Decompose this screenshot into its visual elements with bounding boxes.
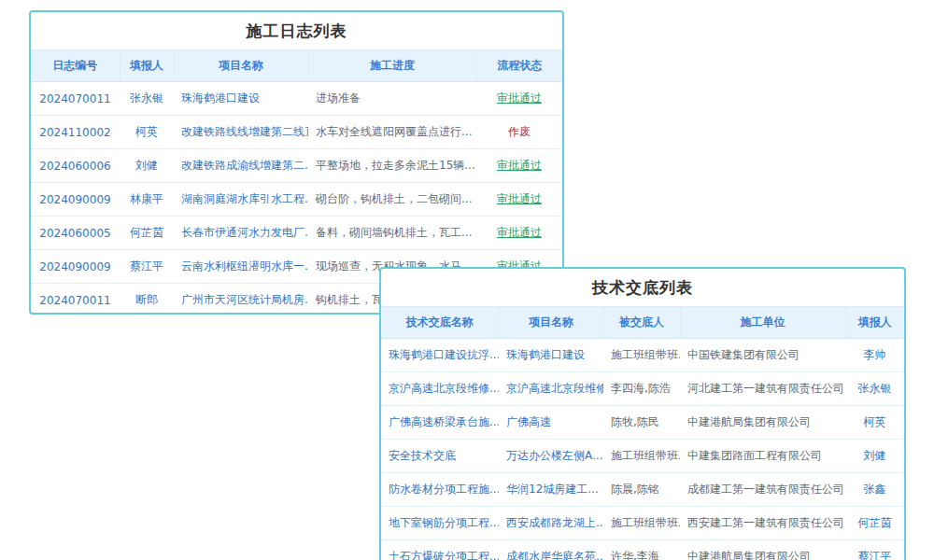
status-text[interactable]: 审批通过 [497, 91, 542, 105]
cell-link[interactable]: 柯英 [135, 125, 158, 138]
cell-link[interactable]: 长春市伊通河水力发电厂... [181, 226, 308, 239]
table-cell: 施工班组带班... [603, 339, 680, 372]
cell-link[interactable]: 2024060005 [39, 227, 110, 240]
cell-link[interactable]: 西安成都路龙湖上... [506, 516, 603, 529]
table-cell: 珠海鹤港口建设抗浮... [381, 339, 499, 372]
cell-link[interactable]: 京沪高速北京段维修... [389, 382, 499, 395]
table-cell: 改建铁路成渝线增建第二... [174, 149, 308, 183]
cell-text: 陈牧,陈民 [611, 415, 659, 428]
cell-link[interactable]: 云南水利枢纽潜明水库一... [181, 259, 308, 273]
table-row[interactable]: 2024070011张永银珠海鹤港口建设进场准备审批通过 [31, 82, 562, 116]
cell-link[interactable]: 2024070011 [39, 92, 110, 105]
cell-link[interactable]: 张永银 [130, 91, 163, 105]
cell-text: 许华,李海 [611, 550, 659, 560]
table-cell: 作废 [476, 116, 562, 149]
table-row[interactable]: 珠海鹤港口建设抗浮...珠海鹤港口建设施工班组带班...中国铁建集团有限公司李帅 [381, 339, 904, 372]
table-cell: 施工班组带班... [603, 440, 680, 473]
table-cell: 柯英 [845, 406, 904, 440]
table-cell: 陈牧,陈民 [603, 406, 680, 440]
cell-link[interactable]: 2024070011 [39, 294, 110, 307]
table-row[interactable]: 京沪高速北京段维修...京沪高速北京段维修李四海,陈浩河北建工第一建筑有限责任公… [381, 372, 904, 406]
cell-link[interactable]: 李帅 [864, 348, 886, 361]
cell-link[interactable]: 柯英 [864, 415, 886, 428]
table-row[interactable]: 防水卷材分项工程施...华润12城房建工...陈晨,陈铭成都建工第一建筑有限责任… [381, 473, 904, 507]
table-cell: 湖南洞庭湖水库引水工程... [174, 183, 308, 217]
column-header: 施工单位 [680, 307, 845, 339]
table-cell: 张永银 [120, 82, 174, 116]
cell-link[interactable]: 广州市天河区统计局机房... [181, 293, 308, 306]
cell-link[interactable]: 蔡江平 [858, 550, 892, 560]
cell-text: 西安建工第一建筑有限责任公司 [687, 516, 844, 529]
cell-link[interactable]: 张鑫 [864, 483, 886, 496]
table-cell: 审批通过 [476, 149, 562, 183]
cell-text: 砌台阶，钩机排土，二包砌间... [316, 192, 472, 205]
cell-link[interactable]: 刘健 [135, 159, 158, 172]
table-cell: 许华,李海 [603, 540, 680, 560]
table-cell: 中建港航局集团有限公司 [680, 540, 845, 560]
table-cell: 2024090009 [31, 183, 120, 217]
cell-link[interactable]: 何芷茵 [858, 516, 892, 529]
cell-link[interactable]: 何芷茵 [130, 226, 163, 239]
cell-link[interactable]: 地下室钢筋分项工程... [389, 516, 499, 529]
table-cell: 珠海鹤港口建设 [499, 339, 603, 372]
table-row[interactable]: 广佛高速桥梁承台施...广佛高速陈牧,陈民中建港航局集团有限公司柯英 [381, 406, 904, 440]
table-row[interactable]: 安全技术交底万达办公楼左侧A...施工班组带班...中建集团路面工程有限公司刘健 [381, 440, 904, 473]
cell-link[interactable]: 2024090009 [39, 260, 110, 273]
cell-link[interactable]: 广佛高速 [506, 415, 551, 428]
cell-link[interactable]: 2024090009 [39, 193, 110, 206]
column-header: 流程状态 [476, 50, 562, 82]
table-cell: 河北建工第一建筑有限责任公司 [680, 372, 845, 406]
table-cell: 中建集团路面工程有限公司 [680, 440, 845, 473]
cell-link[interactable]: 珠海鹤港口建设抗浮... [389, 348, 499, 361]
status-text[interactable]: 审批通过 [497, 159, 542, 172]
cell-text: 河北建工第一建筑有限责任公司 [687, 382, 844, 395]
cell-link[interactable]: 安全技术交底 [389, 449, 456, 462]
table-row[interactable]: 土石方爆破分项工程...成都水岸华庭名苑...许华,李海中建港航局集团有限公司蔡… [381, 540, 904, 560]
cell-link[interactable]: 断郎 [135, 293, 158, 306]
cell-link[interactable]: 华润12城房建工... [506, 483, 599, 496]
table-cell: 何芷茵 [845, 507, 904, 540]
status-text[interactable]: 审批通过 [497, 192, 542, 205]
cell-link[interactable]: 2024110002 [39, 126, 110, 139]
construction-log-title: 施工日志列表 [31, 12, 562, 49]
cell-link[interactable]: 土石方爆破分项工程... [389, 550, 499, 560]
cell-link[interactable]: 广佛高速桥梁承台施... [389, 415, 499, 428]
cell-link[interactable]: 珠海鹤港口建设 [506, 348, 585, 361]
cell-link[interactable]: 改建铁路线线增建第二线直... [181, 125, 308, 138]
table-row[interactable]: 2024110002柯英改建铁路线线增建第二线直...水车对全线遮阳网覆盖点进行… [31, 116, 562, 149]
table-cell: 2024070011 [31, 82, 120, 116]
table-row[interactable]: 地下室钢筋分项工程...西安成都路龙湖上...施工班组带班...西安建工第一建筑… [381, 507, 904, 540]
table-cell: 华润12城房建工... [499, 473, 603, 507]
cell-link[interactable]: 成都水岸华庭名苑... [506, 550, 603, 560]
status-text[interactable]: 审批通过 [497, 226, 542, 239]
table-cell: 珠海鹤港口建设 [174, 82, 308, 116]
cell-text: 进场准备 [316, 91, 361, 105]
table-cell: 地下室钢筋分项工程... [381, 507, 499, 540]
cell-link[interactable]: 林康平 [130, 192, 163, 205]
cell-link[interactable]: 防水卷材分项工程施... [389, 483, 499, 496]
status-text[interactable]: 作废 [508, 125, 531, 138]
cell-link[interactable]: 2024060006 [39, 160, 110, 173]
table-cell: 2024110002 [31, 116, 120, 149]
cell-link[interactable]: 改建铁路成渝线增建第二... [181, 159, 308, 172]
table-cell: 审批通过 [476, 183, 562, 217]
table-cell: 备料，砌间墙钩机排土，瓦工... [308, 217, 476, 250]
column-header: 填报人 [120, 50, 174, 82]
table-row[interactable]: 2024060006刘健改建铁路成渝线增建第二...平整场地，拉走多余泥土15辆… [31, 149, 562, 183]
cell-link[interactable]: 张永银 [858, 382, 892, 395]
table-cell: 广州市天河区统计局机房... [174, 284, 308, 315]
table-cell: 西安成都路龙湖上... [499, 507, 603, 540]
table-cell: 广佛高速桥梁承台施... [381, 406, 499, 440]
cell-link[interactable]: 珠海鹤港口建设 [181, 91, 260, 105]
cell-text: 李四海,陈浩 [611, 382, 671, 395]
cell-link[interactable]: 刘健 [864, 449, 886, 462]
cell-link[interactable]: 京沪高速北京段维修 [506, 382, 603, 395]
cell-link[interactable]: 蔡江平 [130, 259, 163, 273]
cell-link[interactable]: 万达办公楼左侧A... [506, 449, 602, 462]
table-cell: 中建港航局集团有限公司 [680, 406, 845, 440]
cell-link[interactable]: 湖南洞庭湖水库引水工程... [181, 192, 308, 205]
table-row[interactable]: 2024060005何芷茵长春市伊通河水力发电厂...备料，砌间墙钩机排土，瓦工… [31, 217, 562, 250]
table-cell: 改建铁路线线增建第二线直... [174, 116, 308, 149]
table-row[interactable]: 2024090009林康平湖南洞庭湖水库引水工程...砌台阶，钩机排土，二包砌间… [31, 183, 562, 217]
table-cell: 土石方爆破分项工程... [381, 540, 499, 560]
